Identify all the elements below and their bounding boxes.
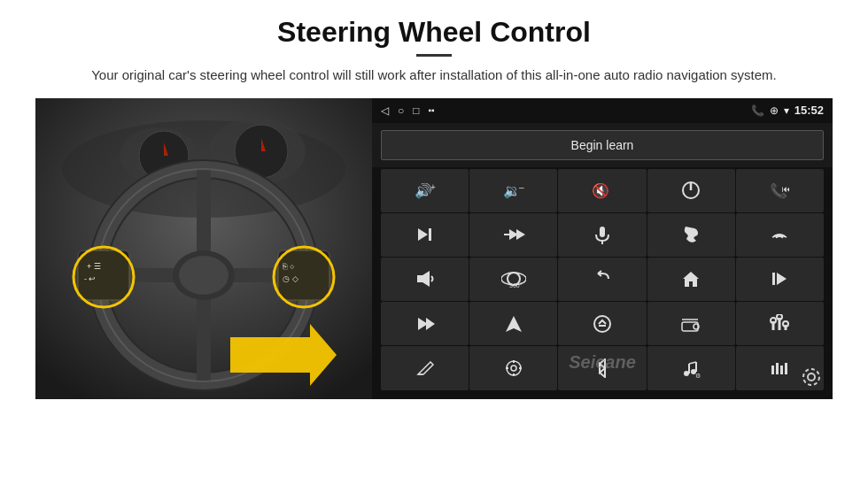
fast-fwd-button[interactable] <box>381 302 469 345</box>
home-button[interactable] <box>647 258 735 301</box>
svg-point-62 <box>511 366 516 371</box>
svg-marker-48 <box>506 316 522 332</box>
page-title: Steering Wheel Control <box>277 16 591 49</box>
svg-rect-33 <box>429 228 431 241</box>
svg-point-57 <box>777 314 782 319</box>
signal-icon: ▪▪ <box>429 105 435 115</box>
svg-point-49 <box>594 316 610 332</box>
svg-point-55 <box>771 318 776 323</box>
svg-marker-45 <box>777 273 787 285</box>
android-screen: ◁ ○ □ ▪▪ 📞 ⊕ ▾ 15:52 Begin learn <box>372 98 833 399</box>
svg-point-59 <box>783 321 788 327</box>
radio-button[interactable] <box>647 302 735 345</box>
home-nav-icon[interactable]: ○ <box>398 104 404 117</box>
page-subtitle: Your original car's steering wheel contr… <box>91 65 777 86</box>
svg-rect-76 <box>785 363 787 374</box>
recents-nav-icon[interactable]: □ <box>413 104 419 117</box>
begin-learn-button[interactable]: Begin learn <box>381 130 824 160</box>
svg-rect-44 <box>772 273 775 285</box>
svg-point-13 <box>179 256 229 295</box>
content-row: + ☰ - ↩ ⎘ ◇ ◷ ◇ ◁ ○ <box>35 98 833 399</box>
settings-circle-button[interactable] <box>469 346 557 389</box>
ff-pause-button[interactable] <box>469 213 557 257</box>
svg-rect-75 <box>780 366 783 374</box>
skip-prev-button[interactable] <box>736 258 824 301</box>
hang-up-button[interactable] <box>736 213 824 257</box>
svg-text:🔇: 🔇 <box>592 182 609 199</box>
horn-button[interactable] <box>381 258 469 301</box>
svg-text:⏮: ⏮ <box>782 184 789 194</box>
svg-text:🔊: 🔊 <box>415 182 432 199</box>
icon-grid: 🔊+ 🔉– 🔇 📞 ⏮ <box>372 167 833 399</box>
svg-text:🔉: 🔉 <box>503 182 521 199</box>
title-divider <box>416 54 452 57</box>
status-bar-right: 📞 ⊕ ▾ 15:52 <box>751 104 824 117</box>
camera360-button[interactable]: 360° <box>469 258 557 301</box>
car-image-wrapper: + ☰ - ↩ ⎘ ◇ ◷ ◇ <box>35 98 372 399</box>
phone-button[interactable] <box>647 213 735 257</box>
bluetooth-button[interactable] <box>558 346 646 389</box>
power-button[interactable] <box>647 169 735 212</box>
svg-text:360°: 360° <box>509 282 523 289</box>
svg-text:–: – <box>519 182 524 192</box>
music-note-button[interactable]: ⚙ <box>647 346 735 389</box>
svg-point-22 <box>274 247 334 307</box>
svg-marker-47 <box>426 318 435 330</box>
svg-marker-36 <box>516 229 525 240</box>
mic-button[interactable] <box>558 213 646 257</box>
svg-text:+: + <box>430 182 436 192</box>
navigate-button[interactable] <box>469 302 557 345</box>
svg-marker-32 <box>418 228 428 241</box>
location-icon: ⊕ <box>770 104 779 117</box>
gear-settings-icon[interactable] <box>801 366 822 392</box>
svg-marker-43 <box>683 272 699 287</box>
svg-rect-37 <box>600 227 605 237</box>
svg-line-71 <box>689 362 696 364</box>
phone-signal-icon: 📞 <box>751 104 764 117</box>
clock: 15:52 <box>794 104 824 117</box>
prev-track-button[interactable]: 📞 ⏮ <box>736 169 824 212</box>
svg-rect-74 <box>776 363 779 374</box>
svg-point-21 <box>74 247 134 307</box>
mute-button[interactable]: 🔇 <box>558 169 646 212</box>
svg-rect-73 <box>771 366 774 374</box>
back-button[interactable] <box>558 258 646 301</box>
begin-learn-row: Begin learn <box>372 123 833 167</box>
status-bar-left: ◁ ○ □ ▪▪ <box>381 104 435 117</box>
status-bar: ◁ ○ □ ▪▪ 📞 ⊕ ▾ 15:52 <box>372 98 833 123</box>
eject-button[interactable] <box>558 302 646 345</box>
pen-button[interactable] <box>381 346 469 389</box>
svg-point-77 <box>808 373 815 381</box>
svg-marker-39 <box>417 271 430 287</box>
equalizer-button[interactable] <box>736 302 824 345</box>
svg-point-78 <box>803 369 819 385</box>
vol-down-button[interactable]: 🔉– <box>469 169 557 212</box>
wifi-icon: ▾ <box>784 104 789 117</box>
skip-next-button[interactable] <box>381 213 469 257</box>
vol-up-button[interactable]: 🔊+ <box>381 169 469 212</box>
svg-text:⚙: ⚙ <box>695 373 701 378</box>
page-container: Steering Wheel Control Your original car… <box>0 0 868 485</box>
svg-point-61 <box>507 361 521 375</box>
back-nav-icon[interactable]: ◁ <box>381 104 389 117</box>
